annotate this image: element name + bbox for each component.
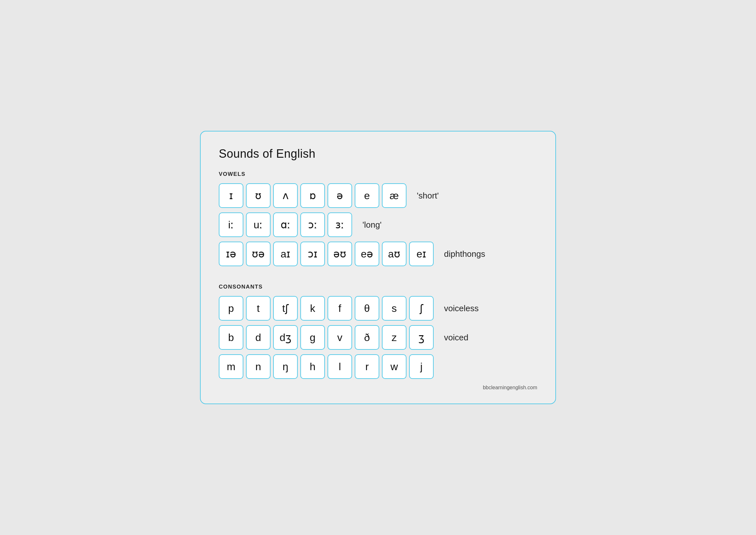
vowels-section: VOWELS ɪʊʌɒəeæ 'short' iːuːɑːɔːɜː 'long'… xyxy=(219,171,537,266)
symbol-box: v xyxy=(328,325,352,350)
symbol-box: ð xyxy=(355,325,379,350)
symbol-box: ɔɪ xyxy=(300,241,325,266)
short-label: 'short' xyxy=(417,191,439,201)
vowels-label: VOWELS xyxy=(219,171,537,178)
consonant-row-voiced: bddʒgvðzʒ voiced xyxy=(219,325,537,350)
symbol-box: j xyxy=(409,354,434,379)
other-consonants-group: mnŋhlrwj xyxy=(219,354,434,379)
symbol-box: n xyxy=(246,354,271,379)
short-vowels-group: ɪʊʌɒəeæ xyxy=(219,183,406,208)
symbol-box: ʒ xyxy=(409,325,434,350)
symbol-box: ə xyxy=(328,183,352,208)
vowel-row-long: iːuːɑːɔːɜː 'long' xyxy=(219,212,537,237)
symbol-box: f xyxy=(328,296,352,321)
symbol-box: ɪə xyxy=(219,241,243,266)
symbol-box: dʒ xyxy=(273,325,298,350)
symbol-box: d xyxy=(246,325,271,350)
symbol-box: əʊ xyxy=(328,241,352,266)
footer: bbclearningenglish.com xyxy=(219,385,537,391)
voiceless-group: pttʃkfθsʃ xyxy=(219,296,434,321)
symbol-box: ŋ xyxy=(273,354,298,379)
symbol-box: aʊ xyxy=(382,241,406,266)
symbol-box: aɪ xyxy=(273,241,298,266)
symbol-box: m xyxy=(219,354,243,379)
long-label: 'long' xyxy=(363,220,382,230)
symbol-box: p xyxy=(219,296,243,321)
page-title: Sounds of English xyxy=(219,147,537,161)
symbol-box: k xyxy=(300,296,325,321)
symbol-box: t xyxy=(246,296,271,321)
voiced-group: bddʒgvðzʒ xyxy=(219,325,434,350)
symbol-box: ʊ xyxy=(246,183,271,208)
symbol-box: ɑː xyxy=(273,212,298,237)
symbol-box: w xyxy=(382,354,406,379)
long-vowels-group: iːuːɑːɔːɜː xyxy=(219,212,352,237)
vowel-row-diphthongs: ɪəʊəaɪɔɪəʊeəaʊeɪ diphthongs xyxy=(219,241,537,266)
symbol-box: uː xyxy=(246,212,271,237)
consonants-label: CONSONANTS xyxy=(219,284,537,290)
symbol-box: ʊə xyxy=(246,241,271,266)
symbol-box: l xyxy=(328,354,352,379)
consonant-row-other: mnŋhlrwj xyxy=(219,354,537,379)
symbol-box: h xyxy=(300,354,325,379)
symbol-box: iː xyxy=(219,212,243,237)
symbol-box: b xyxy=(219,325,243,350)
symbol-box: z xyxy=(382,325,406,350)
symbol-box: ɔː xyxy=(300,212,325,237)
consonants-section: CONSONANTS pttʃkfθsʃ voiceless bddʒgvðzʒ… xyxy=(219,284,537,379)
symbol-box: e xyxy=(355,183,379,208)
symbol-box: ɜː xyxy=(328,212,352,237)
diphthongs-label: diphthongs xyxy=(444,249,485,259)
symbol-box: ɒ xyxy=(300,183,325,208)
vowel-row-short: ɪʊʌɒəeæ 'short' xyxy=(219,183,537,208)
consonant-row-voiceless: pttʃkfθsʃ voiceless xyxy=(219,296,537,321)
voiced-label: voiced xyxy=(444,333,468,343)
voiceless-label: voiceless xyxy=(444,303,479,314)
symbol-box: eɪ xyxy=(409,241,434,266)
main-card: Sounds of English VOWELS ɪʊʌɒəeæ 'short'… xyxy=(200,131,556,404)
symbol-box: r xyxy=(355,354,379,379)
symbol-box: ʃ xyxy=(409,296,434,321)
symbol-box: s xyxy=(382,296,406,321)
symbol-box: g xyxy=(300,325,325,350)
symbol-box: eə xyxy=(355,241,379,266)
symbol-box: θ xyxy=(355,296,379,321)
diphthongs-group: ɪəʊəaɪɔɪəʊeəaʊeɪ xyxy=(219,241,434,266)
symbol-box: tʃ xyxy=(273,296,298,321)
symbol-box: ɪ xyxy=(219,183,243,208)
symbol-box: ʌ xyxy=(273,183,298,208)
symbol-box: æ xyxy=(382,183,406,208)
